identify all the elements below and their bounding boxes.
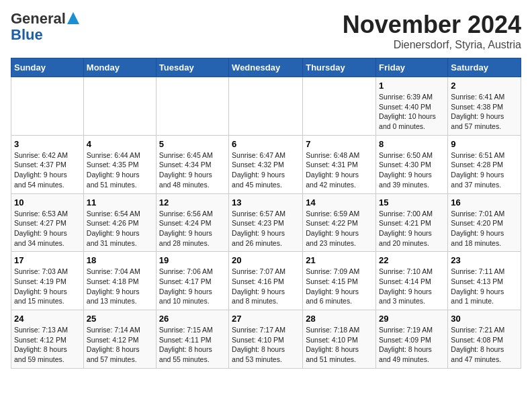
day-info: Sunrise: 7:13 AM Sunset: 4:12 PM Dayligh…: [14, 325, 81, 365]
day-info: Sunrise: 7:06 AM Sunset: 4:17 PM Dayligh…: [159, 267, 226, 306]
day-number: 13: [232, 197, 300, 208]
day-number: 27: [232, 314, 300, 324]
day-cell: 17Sunrise: 7:03 AM Sunset: 4:19 PM Dayli…: [11, 252, 84, 310]
day-number: 22: [379, 255, 445, 265]
logo-text-blue: Blue: [11, 27, 43, 43]
day-number: 12: [159, 197, 226, 208]
day-info: Sunrise: 7:21 AM Sunset: 4:08 PM Dayligh…: [451, 325, 518, 365]
day-number: 14: [306, 197, 373, 208]
col-header-friday: Friday: [376, 58, 448, 77]
day-number: 19: [159, 255, 226, 265]
day-number: 6: [232, 139, 300, 149]
day-cell: 6Sunrise: 6:47 AM Sunset: 4:32 PM Daylig…: [229, 135, 303, 193]
day-number: 15: [379, 197, 445, 208]
day-number: 17: [14, 255, 81, 265]
day-number: 1: [379, 81, 445, 91]
day-number: 26: [159, 314, 226, 324]
calendar-table: SundayMondayTuesdayWednesdayThursdayFrid…: [11, 58, 521, 369]
day-number: 16: [451, 197, 518, 208]
logo: General Blue: [11, 11, 79, 43]
day-cell: [229, 77, 303, 136]
location-title: Dienersdorf, Styria, Austria: [343, 39, 521, 51]
week-row-4: 17Sunrise: 7:03 AM Sunset: 4:19 PM Dayli…: [11, 252, 521, 310]
day-info: Sunrise: 7:11 AM Sunset: 4:13 PM Dayligh…: [451, 267, 518, 306]
day-number: 3: [14, 139, 81, 149]
day-cell: 5Sunrise: 6:45 AM Sunset: 4:34 PM Daylig…: [156, 135, 228, 193]
day-number: 5: [159, 139, 226, 149]
day-cell: 27Sunrise: 7:17 AM Sunset: 4:10 PM Dayli…: [229, 310, 303, 369]
day-info: Sunrise: 7:07 AM Sunset: 4:16 PM Dayligh…: [232, 267, 300, 306]
day-cell: [303, 77, 376, 136]
day-cell: 10Sunrise: 6:53 AM Sunset: 4:27 PM Dayli…: [11, 193, 84, 252]
day-info: Sunrise: 6:41 AM Sunset: 4:38 PM Dayligh…: [451, 92, 518, 132]
day-number: 23: [451, 255, 518, 265]
day-cell: 2Sunrise: 6:41 AM Sunset: 4:38 PM Daylig…: [448, 77, 521, 136]
logo-arrow-icon: [67, 12, 79, 27]
day-number: 24: [14, 314, 81, 324]
day-info: Sunrise: 6:51 AM Sunset: 4:28 PM Dayligh…: [451, 150, 518, 190]
day-info: Sunrise: 6:56 AM Sunset: 4:24 PM Dayligh…: [159, 209, 226, 248]
day-number: 21: [306, 255, 373, 265]
logo-text-general: General: [11, 11, 66, 27]
day-info: Sunrise: 6:50 AM Sunset: 4:30 PM Dayligh…: [379, 150, 445, 190]
day-number: 2: [451, 81, 518, 91]
day-info: Sunrise: 6:44 AM Sunset: 4:35 PM Dayligh…: [87, 150, 153, 190]
day-info: Sunrise: 7:03 AM Sunset: 4:19 PM Dayligh…: [14, 267, 81, 306]
header-area: General Blue November 2024 Dienersdorf, …: [11, 11, 521, 51]
day-cell: 18Sunrise: 7:04 AM Sunset: 4:18 PM Dayli…: [83, 252, 156, 310]
day-info: Sunrise: 7:04 AM Sunset: 4:18 PM Dayligh…: [87, 267, 153, 306]
svg-marker-0: [67, 12, 79, 24]
day-info: Sunrise: 6:39 AM Sunset: 4:40 PM Dayligh…: [379, 92, 445, 132]
header-row: SundayMondayTuesdayWednesdayThursdayFrid…: [11, 58, 521, 77]
day-cell: 1Sunrise: 6:39 AM Sunset: 4:40 PM Daylig…: [376, 77, 448, 136]
title-area: November 2024 Dienersdorf, Styria, Austr…: [343, 11, 521, 51]
day-cell: 29Sunrise: 7:19 AM Sunset: 4:09 PM Dayli…: [376, 310, 448, 369]
day-cell: 20Sunrise: 7:07 AM Sunset: 4:16 PM Dayli…: [229, 252, 303, 310]
col-header-wednesday: Wednesday: [229, 58, 303, 77]
day-number: 25: [87, 314, 153, 324]
col-header-saturday: Saturday: [448, 58, 521, 77]
day-cell: 9Sunrise: 6:51 AM Sunset: 4:28 PM Daylig…: [448, 135, 521, 193]
day-number: 8: [379, 139, 445, 149]
day-number: 30: [451, 314, 518, 324]
day-info: Sunrise: 6:54 AM Sunset: 4:26 PM Dayligh…: [87, 209, 153, 248]
day-cell: 22Sunrise: 7:10 AM Sunset: 4:14 PM Dayli…: [376, 252, 448, 310]
day-number: 9: [451, 139, 518, 149]
day-cell: 26Sunrise: 7:15 AM Sunset: 4:11 PM Dayli…: [156, 310, 228, 369]
day-cell: [156, 77, 228, 136]
day-cell: 3Sunrise: 6:42 AM Sunset: 4:37 PM Daylig…: [11, 135, 84, 193]
day-number: 7: [306, 139, 373, 149]
day-info: Sunrise: 7:01 AM Sunset: 4:20 PM Dayligh…: [451, 209, 518, 248]
day-info: Sunrise: 7:19 AM Sunset: 4:09 PM Dayligh…: [379, 325, 445, 365]
week-row-2: 3Sunrise: 6:42 AM Sunset: 4:37 PM Daylig…: [11, 135, 521, 193]
day-info: Sunrise: 6:53 AM Sunset: 4:27 PM Dayligh…: [14, 209, 81, 248]
day-cell: 28Sunrise: 7:18 AM Sunset: 4:10 PM Dayli…: [303, 310, 376, 369]
day-info: Sunrise: 6:57 AM Sunset: 4:23 PM Dayligh…: [232, 209, 300, 248]
week-row-5: 24Sunrise: 7:13 AM Sunset: 4:12 PM Dayli…: [11, 310, 521, 369]
day-cell: 12Sunrise: 6:56 AM Sunset: 4:24 PM Dayli…: [156, 193, 228, 252]
day-cell: 7Sunrise: 6:48 AM Sunset: 4:31 PM Daylig…: [303, 135, 376, 193]
week-row-1: 1Sunrise: 6:39 AM Sunset: 4:40 PM Daylig…: [11, 77, 521, 136]
day-info: Sunrise: 7:15 AM Sunset: 4:11 PM Dayligh…: [159, 325, 226, 365]
day-cell: 24Sunrise: 7:13 AM Sunset: 4:12 PM Dayli…: [11, 310, 84, 369]
day-cell: 8Sunrise: 6:50 AM Sunset: 4:30 PM Daylig…: [376, 135, 448, 193]
day-cell: [11, 77, 84, 136]
day-info: Sunrise: 6:59 AM Sunset: 4:22 PM Dayligh…: [306, 209, 373, 248]
day-info: Sunrise: 7:00 AM Sunset: 4:21 PM Dayligh…: [379, 209, 445, 248]
day-info: Sunrise: 7:10 AM Sunset: 4:14 PM Dayligh…: [379, 267, 445, 306]
day-info: Sunrise: 7:09 AM Sunset: 4:15 PM Dayligh…: [306, 267, 373, 306]
day-info: Sunrise: 7:14 AM Sunset: 4:12 PM Dayligh…: [87, 325, 153, 365]
col-header-sunday: Sunday: [11, 58, 84, 77]
day-info: Sunrise: 6:42 AM Sunset: 4:37 PM Dayligh…: [14, 150, 81, 190]
day-cell: 19Sunrise: 7:06 AM Sunset: 4:17 PM Dayli…: [156, 252, 228, 310]
day-cell: [83, 77, 156, 136]
day-cell: 16Sunrise: 7:01 AM Sunset: 4:20 PM Dayli…: [448, 193, 521, 252]
day-cell: 21Sunrise: 7:09 AM Sunset: 4:15 PM Dayli…: [303, 252, 376, 310]
day-cell: 23Sunrise: 7:11 AM Sunset: 4:13 PM Dayli…: [448, 252, 521, 310]
col-header-monday: Monday: [83, 58, 156, 77]
day-number: 11: [87, 197, 153, 208]
day-cell: 30Sunrise: 7:21 AM Sunset: 4:08 PM Dayli…: [448, 310, 521, 369]
day-cell: 4Sunrise: 6:44 AM Sunset: 4:35 PM Daylig…: [83, 135, 156, 193]
day-number: 10: [14, 197, 81, 208]
day-number: 4: [87, 139, 153, 149]
